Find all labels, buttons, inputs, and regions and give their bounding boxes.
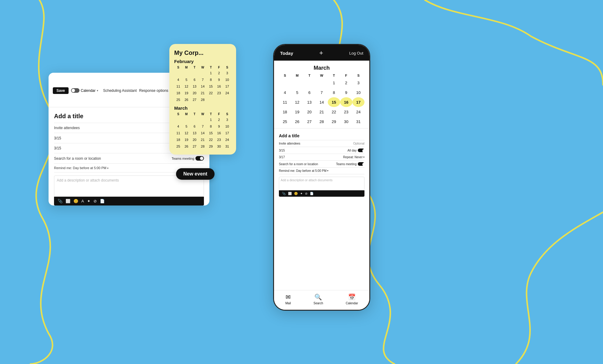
day-cell[interactable]: 1: [207, 70, 215, 76]
phone-day-15[interactable]: 15: [328, 97, 340, 107]
phone-day-3[interactable]: 3: [352, 78, 364, 88]
phone-day-8[interactable]: 8: [328, 88, 340, 97]
day-cell[interactable]: 2: [215, 116, 223, 123]
day-cell[interactable]: 5: [182, 123, 191, 130]
phone-day-13[interactable]: 13: [303, 97, 315, 107]
day-cell[interactable]: 7: [199, 123, 207, 130]
day-cell[interactable]: 12: [182, 130, 191, 136]
day-cell[interactable]: 24: [223, 136, 231, 143]
phone-day-6[interactable]: 6: [303, 88, 315, 97]
response-options-link[interactable]: Response options: [139, 88, 168, 93]
phone-day-21[interactable]: 21: [316, 107, 328, 117]
day-cell[interactable]: 8: [207, 76, 215, 83]
day-cell[interactable]: 25: [174, 96, 182, 103]
day-cell[interactable]: 15: [207, 83, 215, 90]
nav-calendar[interactable]: 📅 Calendar: [346, 293, 358, 305]
day-cell[interactable]: 9: [215, 76, 223, 83]
nav-mail[interactable]: ✉ Mail: [285, 293, 291, 305]
add-event-button[interactable]: +: [319, 49, 323, 57]
teams-meeting-toggle[interactable]: Teams meeting: [171, 156, 204, 161]
phone-star-icon[interactable]: ✦: [300, 192, 303, 195]
phone-day-10[interactable]: 10: [352, 88, 364, 97]
day-cell[interactable]: 3: [223, 116, 231, 123]
phone-room-label[interactable]: Search for a room or location: [279, 162, 336, 166]
text-format-icon[interactable]: A: [81, 199, 84, 203]
phone-start-date[interactable]: 3/15: [279, 149, 285, 152]
nav-search[interactable]: 🔍 Search: [313, 293, 323, 305]
day-cell[interactable]: 18: [174, 90, 182, 96]
day-cell[interactable]: 10: [223, 123, 231, 130]
day-cell[interactable]: 10: [223, 76, 231, 83]
phone-day-14[interactable]: 14: [316, 97, 328, 107]
phone-day-16[interactable]: 16: [340, 97, 352, 107]
phone-day-31[interactable]: 31: [352, 117, 364, 126]
phone-day-12[interactable]: 12: [291, 97, 303, 107]
phone-day-11[interactable]: 11: [279, 97, 291, 107]
teams-toggle-switch[interactable]: [195, 156, 204, 161]
day-cell[interactable]: 17: [223, 83, 231, 90]
day-cell[interactable]: 17: [223, 130, 231, 136]
phone-day-20[interactable]: 20: [303, 107, 315, 117]
day-cell[interactable]: 5: [182, 76, 191, 83]
day-cell[interactable]: 16: [215, 130, 223, 136]
day-cell[interactable]: 6: [191, 123, 199, 130]
phone-day-28[interactable]: 28: [316, 117, 328, 126]
emoji-icon[interactable]: 😊: [73, 199, 78, 203]
document-icon[interactable]: 📄: [100, 199, 105, 203]
phone-document-icon[interactable]: 📄: [310, 192, 313, 195]
day-cell[interactable]: 13: [191, 83, 199, 90]
day-cell[interactable]: 31: [223, 143, 231, 150]
day-cell[interactable]: 2: [215, 70, 223, 76]
attachment-icon[interactable]: 📎: [58, 199, 63, 203]
today-button[interactable]: Today: [280, 51, 293, 56]
phone-day-25[interactable]: 25: [279, 117, 291, 126]
day-cell[interactable]: 19: [182, 136, 191, 143]
day-cell[interactable]: 26: [182, 96, 191, 103]
day-cell[interactable]: 30: [215, 143, 223, 150]
day-cell[interactable]: 1: [207, 116, 215, 123]
day-cell[interactable]: 25: [174, 143, 182, 150]
circle-slash-icon[interactable]: ⊘: [93, 199, 97, 203]
day-cell[interactable]: 14: [199, 130, 207, 136]
phone-day-9[interactable]: 9: [340, 88, 352, 97]
day-cell[interactable]: 13: [191, 130, 199, 136]
phone-day-18[interactable]: 18: [279, 107, 291, 117]
day-cell[interactable]: 21: [199, 90, 207, 96]
day-cell[interactable]: 14: [199, 83, 207, 90]
day-cell[interactable]: 18: [174, 136, 182, 143]
day-cell[interactable]: 23: [215, 136, 223, 143]
day-cell[interactable]: 12: [182, 83, 191, 90]
phone-emoji-icon[interactable]: 😊: [294, 192, 298, 195]
day-cell[interactable]: 20: [191, 136, 199, 143]
day-cell[interactable]: 7: [199, 76, 207, 83]
day-cell[interactable]: 6: [191, 76, 199, 83]
phone-day-19[interactable]: 19: [291, 107, 303, 117]
end-date[interactable]: 3/15: [54, 146, 61, 150]
phone-allday-toggle[interactable]: [358, 149, 364, 152]
phone-day-29[interactable]: 29: [328, 117, 340, 126]
save-button[interactable]: Save: [53, 87, 69, 94]
day-cell[interactable]: 8: [207, 123, 215, 130]
day-cell[interactable]: 4: [174, 76, 182, 83]
phone-add-title[interactable]: Add a title: [279, 132, 364, 140]
phone-day-1[interactable]: 1: [328, 78, 340, 88]
day-cell[interactable]: 19: [182, 90, 191, 96]
phone-day-22[interactable]: 22: [328, 107, 340, 117]
day-cell[interactable]: 16: [215, 83, 223, 90]
day-cell[interactable]: 27: [191, 143, 199, 150]
phone-day-7[interactable]: 7: [316, 88, 328, 97]
day-cell[interactable]: 28: [199, 96, 207, 103]
image-icon[interactable]: ⬜: [66, 199, 70, 203]
phone-day-26[interactable]: 26: [291, 117, 303, 126]
star-icon[interactable]: ✦: [87, 199, 90, 203]
phone-circle-slash-icon[interactable]: ⊘: [305, 192, 307, 195]
day-cell[interactable]: 26: [182, 143, 191, 150]
phone-day-17[interactable]: 17: [352, 97, 364, 107]
day-cell[interactable]: 15: [207, 130, 215, 136]
phone-teams-toggle[interactable]: [358, 162, 364, 166]
day-cell[interactable]: 3: [223, 70, 231, 76]
day-cell[interactable]: 9: [215, 123, 223, 130]
start-date[interactable]: 3/15: [54, 136, 61, 140]
phone-end-date[interactable]: 3/17: [279, 155, 285, 159]
logout-button[interactable]: Log Out: [349, 51, 363, 55]
